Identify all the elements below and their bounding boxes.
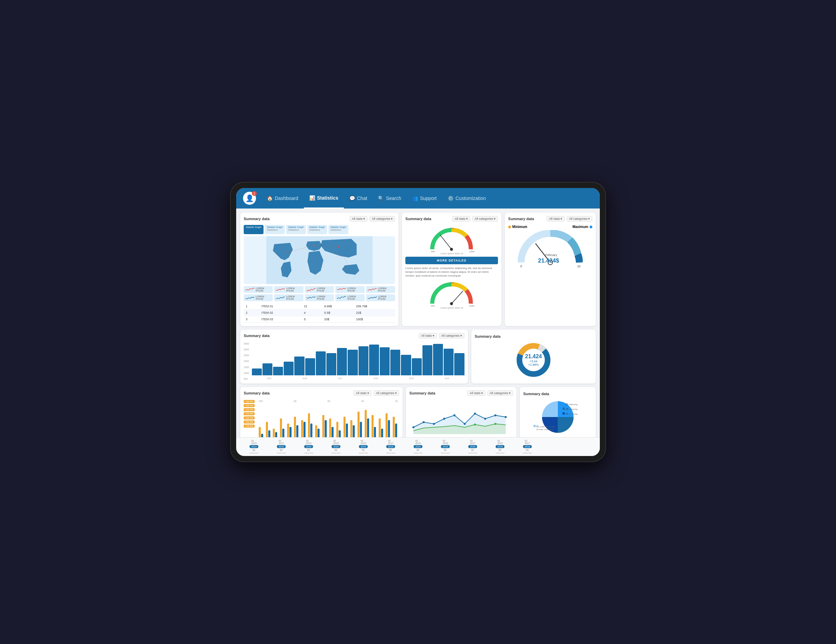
combo-bar-group [358,412,364,437]
bar-item [390,350,400,375]
svg-text:sit amet, consectetur: sit amet, consectetur [536,428,554,430]
support-icon: 👥 [412,196,418,201]
svg-point-35 [474,413,476,415]
filter-allcats-1[interactable]: All categories ▾ [369,216,395,222]
row-2: Summary data All stats▾ All categories▾ [240,330,596,384]
stats-icon: 📊 [309,195,315,201]
card-combo: Summary data All stats▾ All categories▾ [240,387,403,437]
svg-point-13 [450,302,453,305]
nav-support[interactable]: 👥 Support [407,188,442,209]
filter-allcats-3[interactable]: All categories▾ [567,216,592,222]
bar-item [359,346,369,375]
combo-bar-a [287,423,289,437]
map-tab-1[interactable]: Statistic Graph Statistics [265,225,285,234]
timeline-section-1: 02 2017 2016 01 some text [268,440,295,454]
timeline-section-0: 02 2015 2014 01 some text [240,440,268,454]
gauge1-sublabel: Lorem ipsum dolor sit [440,252,463,255]
pct-2: +34.4% [244,408,255,411]
svg-rect-50 [534,425,536,427]
map-tab-4[interactable]: Statistic Graph Statistics [328,225,348,234]
map-tab-2[interactable]: Statistic Graph Statistics [286,225,306,234]
bar-item [369,345,379,375]
svg-text:21.424$: 21.424$ [538,257,559,264]
svg-point-8 [450,248,453,251]
svg-point-40 [494,423,496,425]
map-tab-0[interactable]: Statistic Graph 21.424$ [244,225,263,234]
sparkline-9: LOREM IPSUM [366,294,395,301]
nav-statistics[interactable]: 📊 Statistics [304,188,344,209]
nav-customization[interactable]: ⚙️ Customization [442,188,491,209]
filter-allstats-7[interactable]: All stats▾ [467,391,485,396]
svg-text:100%: 100% [469,305,475,307]
svg-point-39 [474,423,476,426]
more-detailed-button[interactable]: MORE DETAILED [405,257,498,264]
combo-bar-a [294,417,296,437]
gauge-2: 25% 50% 100% Lorem ipsum dolor sit [405,280,498,309]
filter-allstats-2[interactable]: All stats▾ [452,216,470,222]
nav-chat[interactable]: 💬 Chat [344,188,373,209]
card-speedometer: Summary data All stats▾ All categories▾ [505,212,596,326]
svg-text:100%: 100% [469,250,475,253]
combo-bar-a [280,418,282,437]
svg-line-12 [452,291,463,303]
combo-bar-b [268,430,270,437]
combo-bar-group [343,417,350,437]
combo-bar-group [385,413,392,437]
filter-allstats-1[interactable]: All stats ▾ [349,216,368,222]
card-gauges: Summary data All stats▾ All categories▾ [402,212,501,326]
combo-bar-group [301,420,308,437]
combo-bar-group [273,429,279,437]
pct-labels: +34.4% +34.4% +34.4% +34.4% +34.4% +34.4… [244,400,255,437]
filter-allstats-6[interactable]: All stats▾ [353,391,372,396]
donut-chart-container: 21.424 +3.44 +1.88% [475,341,592,379]
timeline-section-7: 02 2015 2016 01 some text [432,440,459,454]
sparkline-1: LOREM IPSUM [274,286,303,293]
svg-text:February: February [545,253,557,257]
svg-rect-41 [563,403,565,405]
nav-search[interactable]: 🔍 Search [372,188,407,209]
nav-dashboard[interactable]: 🏠 Dashboard [261,188,304,209]
combo-bar-b [310,423,312,437]
timeline-section-4: 02 2015 2016 01 some text [349,440,377,454]
bar-item [284,362,294,375]
card-line-filters: All stats▾ All categories▾ [467,391,513,396]
filter-allcats-7[interactable]: All categories▾ [487,391,513,396]
bar-item [433,344,443,375]
min-dot [508,226,511,228]
card-map: Summary data All stats ▾ All categories … [240,212,398,326]
combo-bar-b [282,429,284,437]
filter-allcats-4[interactable]: All categories▾ [439,333,464,338]
combo-bar-a [329,418,331,437]
svg-text:0: 0 [521,265,522,268]
combo-bar-group [379,418,385,437]
combo-bar-b [275,432,277,437]
filter-allcats-2[interactable]: All categories▾ [472,216,498,222]
combo-bar-a [358,412,359,437]
svg-text:04: 04 [566,413,568,415]
gauge-1: 25% 50% 100% Lorem ipsum dolor sit [405,226,498,255]
card-gauges-filters: All stats▾ All categories▾ [452,216,498,222]
sparkline-8: LOREM IPSUM [335,294,364,301]
filter-allstats-4[interactable]: All stats▾ [419,333,437,338]
bar-item [263,363,273,375]
world-map [244,236,395,284]
combo-bar-a [301,420,303,437]
map-tab-3[interactable]: Statistic Graph Statistics [307,225,327,234]
svg-rect-47 [563,412,565,414]
bar-item [273,367,283,375]
timeline-section-9: 02 2015 2016 01 some text [487,440,514,454]
svg-text:10: 10 [577,265,581,268]
combo-bar-group [259,427,265,437]
card-line: Summary data All stats▾ All categories▾ [406,387,516,437]
svg-text:03: 03 [566,408,568,410]
filter-allstats-3[interactable]: All stats▾ [547,216,565,222]
filter-allcats-6[interactable]: All categories▾ [374,391,399,396]
max-label: Maximum [573,225,588,229]
svg-text:adipiscing...: adipiscing... [569,408,579,410]
combo-bar-a [336,422,338,437]
combo-bar-a [393,417,395,437]
bar-item [412,358,422,375]
card-map-title: Summary data [244,217,269,221]
table-row: 2 ITEM 02 4 5.5$ 22$ [244,310,395,316]
combo-bar-a [372,415,374,437]
